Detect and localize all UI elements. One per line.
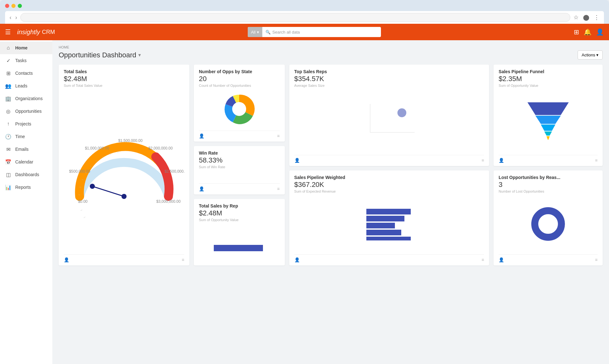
sidebar-item-opportunities[interactable]: ◎ Opportunities: [0, 105, 52, 118]
contacts-icon: ⊞: [5, 70, 11, 76]
widget-opps-by-state: Number of Opps by State 20 Count of Numb…: [194, 65, 285, 142]
browser-nav-icons: ☆ ⬤ ⋮: [573, 14, 599, 21]
sidebar-label-emails: Emails: [15, 147, 29, 152]
back-arrow[interactable]: ‹: [10, 14, 11, 21]
search-area: All ▾ 🔍 Search all data: [61, 27, 567, 37]
calendar-icon: 📅: [5, 159, 11, 165]
widget-subtitle-win-rate: Sum of Win Rate: [199, 165, 280, 169]
main-layout: ⌂ Home ✓ Tasks ⊞ Contacts 👥 Leads 🏢 Orga…: [0, 40, 609, 364]
widget-value-weighted: $367.20K: [294, 181, 484, 189]
sidebar-item-leads[interactable]: 👥 Leads: [0, 80, 52, 92]
widget-subtitle-sales-by-rep: Sum of Opportunity Value: [199, 218, 280, 222]
svg-text:$2,000,000.00: $2,000,000.00: [148, 146, 173, 150]
table-icon-weighted[interactable]: ≡: [481, 257, 484, 262]
widget-sales-pipeline-weighted: Sales Pipeline Weighted $367.20K Sum of …: [289, 170, 489, 265]
widget-top-sales-reps: Top Sales Reps $354.57K Average Sales Si…: [289, 65, 489, 166]
svg-line-24: [84, 217, 85, 218]
organizations-icon: 🏢: [5, 95, 11, 102]
sidebar-item-time[interactable]: 🕐 Time: [0, 130, 52, 143]
table-icon-total-sales[interactable]: ≡: [182, 257, 184, 262]
hamburger-menu[interactable]: ☰: [5, 28, 11, 36]
person-icon: 👤: [294, 158, 300, 163]
sidebar-item-projects[interactable]: ↑ Projects: [0, 118, 52, 130]
svg-line-25: [81, 210, 82, 210]
table-icon-opps[interactable]: ≡: [277, 133, 279, 138]
app-header: ☰ insightly CRM All ▾ 🔍 Search all data …: [0, 24, 609, 40]
sidebar-item-contacts[interactable]: ⊞ Contacts: [0, 67, 52, 80]
svg-rect-41: [366, 230, 401, 235]
widget-subtitle-funnel: Sum of Opportunity Value: [499, 84, 598, 87]
notifications-icon[interactable]: 🔔: [584, 28, 592, 36]
table-icon-win-rate[interactable]: ≡: [277, 186, 279, 191]
forward-arrow[interactable]: ›: [15, 14, 17, 21]
svg-point-44: [541, 217, 555, 231]
sidebar-label-calendar: Calendar: [15, 159, 33, 164]
dashboard-grid: Top Sales Reps $354.57K Average Sales Si…: [59, 65, 603, 265]
sidebar-label-tasks: Tasks: [15, 58, 27, 63]
logo-crm: CRM: [42, 29, 55, 35]
table-icon-lost-opps[interactable]: ≡: [595, 257, 598, 262]
sidebar-item-reports[interactable]: 📊 Reports: [0, 181, 52, 194]
right-column: Number of Opps by State 20 Count of Numb…: [194, 65, 285, 265]
page-title-arrow[interactable]: ▾: [138, 52, 141, 58]
widget-footer-weighted: 👤 ≡: [294, 254, 484, 262]
bookmark-icon[interactable]: ☆: [573, 14, 579, 21]
table-icon[interactable]: ≡: [481, 158, 484, 163]
svg-text:$2,500,000.00: $2,500,000.00: [165, 169, 184, 174]
svg-marker-5: [541, 125, 555, 131]
svg-marker-3: [527, 102, 569, 115]
projects-icon: ↑: [5, 121, 11, 127]
person-icon-lost-opps: 👤: [499, 257, 504, 262]
widget-title-opps: Number of Opps by State: [199, 69, 280, 74]
sidebar-item-tasks[interactable]: ✓ Tasks: [0, 54, 52, 67]
widget-value-total-sales: $2.48M: [64, 75, 184, 83]
svg-marker-6: [544, 131, 552, 136]
user-icon[interactable]: 👤: [596, 28, 604, 36]
sidebar-label-leads: Leads: [15, 83, 27, 88]
sidebar-label-time: Time: [15, 134, 25, 139]
sidebar-item-organizations[interactable]: 🏢 Organizations: [0, 92, 52, 105]
widget-footer-top-sales-reps: 👤 ≡: [294, 155, 484, 163]
sidebar-item-dashboards[interactable]: ◫ Dashboards: [0, 168, 52, 181]
search-filter-button[interactable]: All ▾: [248, 27, 262, 37]
emails-icon: ✉: [5, 146, 11, 152]
opportunities-icon: ◎: [5, 108, 11, 114]
bar-chart-weighted-svg: [364, 206, 415, 242]
browser-nav-bar: ‹ › ☆ ⬤ ⋮: [5, 11, 604, 24]
close-button[interactable]: [5, 4, 9, 8]
svg-rect-42: [366, 237, 411, 240]
widget-value-lost-opps: 3: [499, 181, 598, 189]
sidebar-label-contacts: Contacts: [15, 71, 33, 76]
donut-chart-area: [199, 90, 280, 128]
more-icon[interactable]: ⋮: [594, 14, 599, 21]
svg-text:$1,500,000.00: $1,500,000.00: [118, 138, 143, 143]
minimize-button[interactable]: [11, 4, 16, 8]
svg-point-17: [121, 194, 127, 199]
sidebar-item-home[interactable]: ⌂ Home: [0, 42, 52, 54]
search-placeholder: Search all data: [272, 30, 300, 35]
sidebar-item-emails[interactable]: ✉ Emails: [0, 143, 52, 156]
table-icon-funnel[interactable]: ≡: [595, 158, 598, 163]
bar-chart-by-rep-svg: [214, 234, 265, 253]
scatter-chart-area: [294, 90, 484, 152]
page-title-row: Opportunities Dashboard ▾ Actions ▾: [59, 50, 603, 60]
widget-value-top-sales-reps: $354.57K: [294, 75, 484, 83]
widget-sales-pipeline-funnel: Sales Pipeline Funnel $2.35M Sum of Oppo…: [494, 65, 603, 166]
svg-text:$500,000.00: $500,000.00: [69, 169, 90, 174]
account-icon[interactable]: ⬤: [583, 14, 589, 21]
sidebar-item-calendar[interactable]: 📅 Calendar: [0, 156, 52, 168]
tasks-icon: ✓: [5, 57, 11, 64]
sidebar-label-dashboards: Dashboards: [15, 172, 39, 177]
widget-value-win-rate: 58.33%: [199, 156, 280, 164]
widget-value-sales-by-rep: $2.48M: [199, 209, 280, 217]
add-icon[interactable]: ⊞: [574, 28, 579, 36]
maximize-button[interactable]: [18, 4, 22, 8]
widget-title-win-rate: Win Rate: [199, 150, 280, 156]
widget-subtitle-total-sales: Sum of Total Sales Value: [64, 84, 184, 87]
sidebar-label-organizations: Organizations: [15, 96, 43, 101]
widget-subtitle-opps: Count of Number of Opportunities: [199, 84, 280, 87]
actions-button[interactable]: Actions ▾: [578, 50, 603, 60]
widget-footer-win-rate: 👤 ≡: [199, 183, 280, 191]
address-bar[interactable]: [20, 13, 570, 22]
search-input-area[interactable]: 🔍 Search all data: [262, 30, 381, 35]
